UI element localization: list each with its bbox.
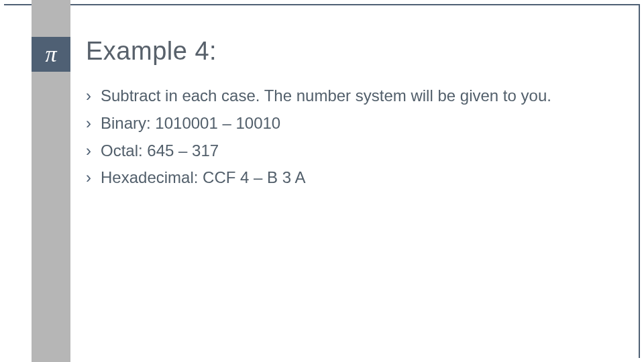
list-item: Binary: 1010001 – 10010 — [86, 112, 612, 135]
pi-icon: π — [45, 43, 56, 66]
list-item: Octal: 645 – 317 — [86, 139, 612, 163]
list-item: Subtract in each case. The number system… — [86, 84, 612, 108]
frame-border-top — [4, 4, 640, 5]
slide-title: Example 4: — [86, 37, 612, 66]
list-item: Hexadecimal: CCF 4 – B 3 A — [86, 166, 612, 190]
slide-content: Example 4: Subtract in each case. The nu… — [86, 37, 612, 194]
frame-border-right — [639, 4, 640, 358]
bullet-list: Subtract in each case. The number system… — [86, 84, 612, 190]
icon-tile: π — [32, 37, 70, 72]
